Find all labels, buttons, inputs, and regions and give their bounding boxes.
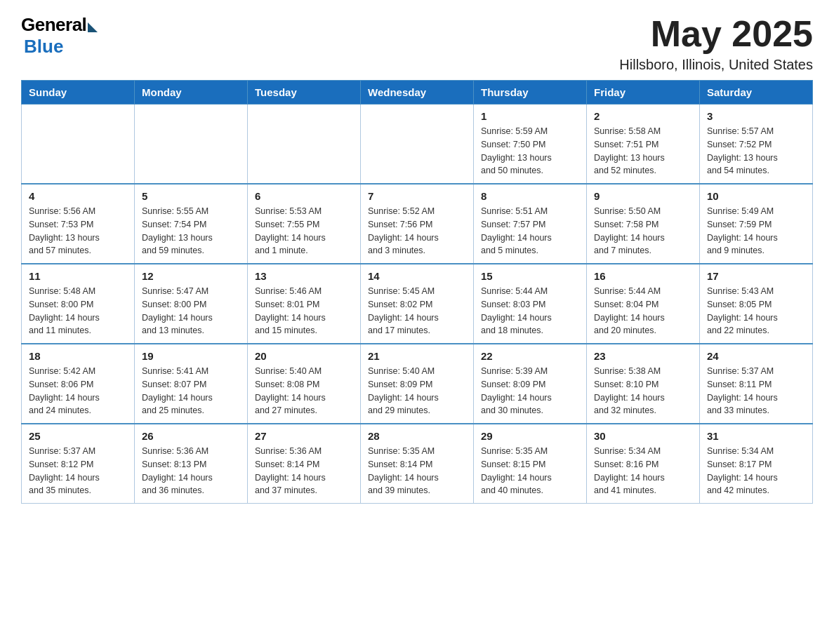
- day-number: 2: [594, 110, 692, 122]
- day-info: Sunrise: 5:34 AM Sunset: 8:17 PM Dayligh…: [707, 445, 805, 497]
- calendar-cell: 1Sunrise: 5:59 AM Sunset: 7:50 PM Daylig…: [474, 105, 587, 185]
- logo-general-text: General: [21, 14, 86, 36]
- day-number: 18: [29, 350, 127, 362]
- calendar-cell: 19Sunrise: 5:41 AM Sunset: 8:07 PM Dayli…: [135, 344, 248, 424]
- calendar-cell: 21Sunrise: 5:40 AM Sunset: 8:09 PM Dayli…: [361, 344, 474, 424]
- calendar-week-row: 18Sunrise: 5:42 AM Sunset: 8:06 PM Dayli…: [22, 344, 813, 424]
- title-block: May 2025 Hillsboro, Illinois, United Sta…: [619, 14, 813, 73]
- day-number: 15: [481, 270, 579, 282]
- calendar-cell: 22Sunrise: 5:39 AM Sunset: 8:09 PM Dayli…: [474, 344, 587, 424]
- day-info: Sunrise: 5:41 AM Sunset: 8:07 PM Dayligh…: [142, 365, 240, 417]
- calendar-week-row: 4Sunrise: 5:56 AM Sunset: 7:53 PM Daylig…: [22, 184, 813, 264]
- day-number: 26: [142, 430, 240, 442]
- calendar-cell: 25Sunrise: 5:37 AM Sunset: 8:12 PM Dayli…: [22, 424, 135, 504]
- weekday-header-monday: Monday: [135, 81, 248, 105]
- day-number: 17: [707, 270, 805, 282]
- day-number: 11: [29, 270, 127, 282]
- calendar-cell: 14Sunrise: 5:45 AM Sunset: 8:02 PM Dayli…: [361, 264, 474, 344]
- day-number: 30: [594, 430, 692, 442]
- day-number: 1: [481, 110, 579, 122]
- day-info: Sunrise: 5:50 AM Sunset: 7:58 PM Dayligh…: [594, 205, 692, 257]
- page-header: General Blue May 2025 Hillsboro, Illinoi…: [21, 14, 813, 73]
- day-info: Sunrise: 5:39 AM Sunset: 8:09 PM Dayligh…: [481, 365, 579, 417]
- day-info: Sunrise: 5:40 AM Sunset: 8:08 PM Dayligh…: [255, 365, 353, 417]
- calendar-cell: 16Sunrise: 5:44 AM Sunset: 8:04 PM Dayli…: [587, 264, 700, 344]
- day-info: Sunrise: 5:44 AM Sunset: 8:03 PM Dayligh…: [481, 285, 579, 337]
- day-info: Sunrise: 5:45 AM Sunset: 8:02 PM Dayligh…: [368, 285, 466, 337]
- day-info: Sunrise: 5:51 AM Sunset: 7:57 PM Dayligh…: [481, 205, 579, 257]
- calendar-cell: 27Sunrise: 5:36 AM Sunset: 8:14 PM Dayli…: [248, 424, 361, 504]
- logo: General Blue: [21, 14, 98, 58]
- calendar-week-row: 1Sunrise: 5:59 AM Sunset: 7:50 PM Daylig…: [22, 105, 813, 185]
- day-info: Sunrise: 5:53 AM Sunset: 7:55 PM Dayligh…: [255, 205, 353, 257]
- day-info: Sunrise: 5:59 AM Sunset: 7:50 PM Dayligh…: [481, 125, 579, 177]
- day-number: 23: [594, 350, 692, 362]
- day-info: Sunrise: 5:49 AM Sunset: 7:59 PM Dayligh…: [707, 205, 805, 257]
- calendar-cell: 4Sunrise: 5:56 AM Sunset: 7:53 PM Daylig…: [22, 184, 135, 264]
- calendar-week-row: 25Sunrise: 5:37 AM Sunset: 8:12 PM Dayli…: [22, 424, 813, 504]
- day-number: 5: [142, 190, 240, 202]
- weekday-header-friday: Friday: [587, 81, 700, 105]
- day-number: 3: [707, 110, 805, 122]
- calendar-cell: 13Sunrise: 5:46 AM Sunset: 8:01 PM Dayli…: [248, 264, 361, 344]
- calendar-cell: 29Sunrise: 5:35 AM Sunset: 8:15 PM Dayli…: [474, 424, 587, 504]
- calendar-cell: 7Sunrise: 5:52 AM Sunset: 7:56 PM Daylig…: [361, 184, 474, 264]
- day-number: 25: [29, 430, 127, 442]
- day-info: Sunrise: 5:35 AM Sunset: 8:15 PM Dayligh…: [481, 445, 579, 497]
- day-info: Sunrise: 5:44 AM Sunset: 8:04 PM Dayligh…: [594, 285, 692, 337]
- day-number: 14: [368, 270, 466, 282]
- calendar-cell: 28Sunrise: 5:35 AM Sunset: 8:14 PM Dayli…: [361, 424, 474, 504]
- weekday-header-tuesday: Tuesday: [248, 81, 361, 105]
- calendar-cell: 2Sunrise: 5:58 AM Sunset: 7:51 PM Daylig…: [587, 105, 700, 185]
- day-number: 12: [142, 270, 240, 282]
- calendar-cell: 20Sunrise: 5:40 AM Sunset: 8:08 PM Dayli…: [248, 344, 361, 424]
- day-info: Sunrise: 5:40 AM Sunset: 8:09 PM Dayligh…: [368, 365, 466, 417]
- calendar-header-row: SundayMondayTuesdayWednesdayThursdayFrid…: [22, 81, 813, 105]
- day-info: Sunrise: 5:38 AM Sunset: 8:10 PM Dayligh…: [594, 365, 692, 417]
- day-number: 29: [481, 430, 579, 442]
- day-number: 21: [368, 350, 466, 362]
- day-info: Sunrise: 5:37 AM Sunset: 8:11 PM Dayligh…: [707, 365, 805, 417]
- day-number: 10: [707, 190, 805, 202]
- calendar-cell: 23Sunrise: 5:38 AM Sunset: 8:10 PM Dayli…: [587, 344, 700, 424]
- calendar-table: SundayMondayTuesdayWednesdayThursdayFrid…: [21, 80, 813, 504]
- logo-arrow-icon: [88, 22, 98, 32]
- calendar-cell: 10Sunrise: 5:49 AM Sunset: 7:59 PM Dayli…: [700, 184, 813, 264]
- calendar-cell: [361, 105, 474, 185]
- calendar-week-row: 11Sunrise: 5:48 AM Sunset: 8:00 PM Dayli…: [22, 264, 813, 344]
- day-number: 8: [481, 190, 579, 202]
- calendar-cell: 9Sunrise: 5:50 AM Sunset: 7:58 PM Daylig…: [587, 184, 700, 264]
- calendar-cell: 18Sunrise: 5:42 AM Sunset: 8:06 PM Dayli…: [22, 344, 135, 424]
- calendar-cell: 26Sunrise: 5:36 AM Sunset: 8:13 PM Dayli…: [135, 424, 248, 504]
- calendar-cell: 8Sunrise: 5:51 AM Sunset: 7:57 PM Daylig…: [474, 184, 587, 264]
- day-info: Sunrise: 5:46 AM Sunset: 8:01 PM Dayligh…: [255, 285, 353, 337]
- day-number: 31: [707, 430, 805, 442]
- day-info: Sunrise: 5:34 AM Sunset: 8:16 PM Dayligh…: [594, 445, 692, 497]
- weekday-header-saturday: Saturday: [700, 81, 813, 105]
- day-number: 7: [368, 190, 466, 202]
- day-info: Sunrise: 5:35 AM Sunset: 8:14 PM Dayligh…: [368, 445, 466, 497]
- day-number: 24: [707, 350, 805, 362]
- day-number: 9: [594, 190, 692, 202]
- day-info: Sunrise: 5:37 AM Sunset: 8:12 PM Dayligh…: [29, 445, 127, 497]
- calendar-title: May 2025: [619, 14, 813, 54]
- day-info: Sunrise: 5:36 AM Sunset: 8:14 PM Dayligh…: [255, 445, 353, 497]
- weekday-header-thursday: Thursday: [474, 81, 587, 105]
- day-number: 16: [594, 270, 692, 282]
- day-info: Sunrise: 5:58 AM Sunset: 7:51 PM Dayligh…: [594, 125, 692, 177]
- calendar-cell: 17Sunrise: 5:43 AM Sunset: 8:05 PM Dayli…: [700, 264, 813, 344]
- calendar-cell: 15Sunrise: 5:44 AM Sunset: 8:03 PM Dayli…: [474, 264, 587, 344]
- day-info: Sunrise: 5:57 AM Sunset: 7:52 PM Dayligh…: [707, 125, 805, 177]
- day-info: Sunrise: 5:36 AM Sunset: 8:13 PM Dayligh…: [142, 445, 240, 497]
- day-info: Sunrise: 5:47 AM Sunset: 8:00 PM Dayligh…: [142, 285, 240, 337]
- day-number: 20: [255, 350, 353, 362]
- day-number: 4: [29, 190, 127, 202]
- day-number: 27: [255, 430, 353, 442]
- calendar-cell: [22, 105, 135, 185]
- day-number: 28: [368, 430, 466, 442]
- calendar-cell: 6Sunrise: 5:53 AM Sunset: 7:55 PM Daylig…: [248, 184, 361, 264]
- day-number: 6: [255, 190, 353, 202]
- calendar-cell: 5Sunrise: 5:55 AM Sunset: 7:54 PM Daylig…: [135, 184, 248, 264]
- calendar-cell: 3Sunrise: 5:57 AM Sunset: 7:52 PM Daylig…: [700, 105, 813, 185]
- calendar-cell: 30Sunrise: 5:34 AM Sunset: 8:16 PM Dayli…: [587, 424, 700, 504]
